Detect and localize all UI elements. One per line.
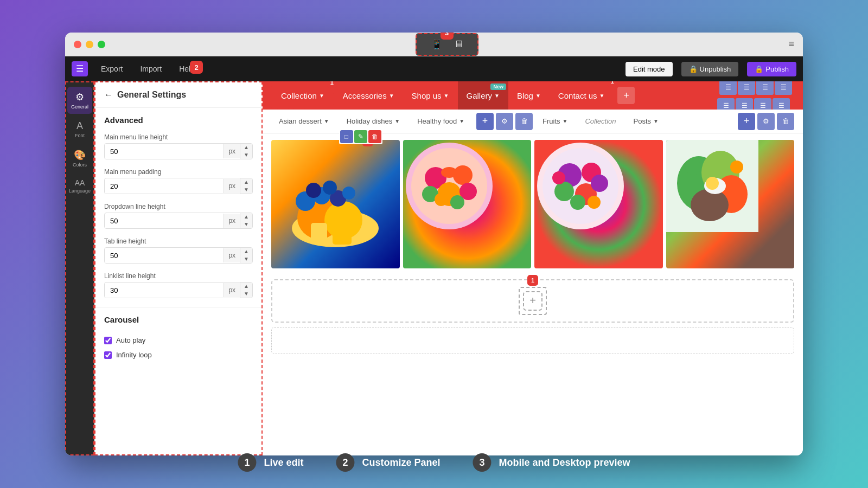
field-input-row-3: px ▲ ▼ [104, 213, 253, 229]
field-steppers-3: ▲ ▼ [240, 213, 252, 228]
decrement-btn-5[interactable]: ▼ [240, 290, 252, 298]
traffic-light-yellow[interactable] [86, 41, 93, 48]
subnav-posts[interactable]: Posts ▼ [626, 110, 666, 133]
nav-item-collection[interactable]: Collection ▼ 1 [271, 81, 334, 110]
publish-button[interactable]: 🔒 Publish [747, 62, 796, 76]
sidebar-item-colors[interactable]: 🎨 Colors [67, 145, 92, 172]
import-button[interactable]: Import [136, 62, 166, 75]
field-unit-3: px [224, 214, 240, 228]
subnav-right-settings[interactable]: ⚙ [757, 113, 775, 130]
sidebar-item-general[interactable]: ⚙ General [67, 87, 92, 114]
svg-point-6 [306, 183, 321, 198]
panel-back-button[interactable]: ← [104, 90, 113, 100]
subnav-edit-btn-1[interactable]: □ [340, 130, 353, 143]
subnav-asian-dessert[interactable]: Asian dessert ▼ [271, 110, 337, 133]
field-steppers-2: ▲ ▼ [240, 178, 252, 194]
subnav-settings-button[interactable]: ⚙ [496, 113, 513, 130]
nav-item-blog[interactable]: Blog ▼ [508, 81, 550, 110]
food-image-2 [403, 140, 532, 268]
browser-chrome: 3 📱 🖥 ≡ [65, 33, 803, 56]
linklist-line-height-input[interactable] [105, 283, 224, 298]
subnav-delete-button[interactable]: 🗑 [515, 113, 533, 130]
sidebar-label-general: General [71, 104, 88, 110]
edit-mode-button[interactable]: Edit mode [626, 62, 673, 76]
field-unit-2: px [224, 179, 240, 193]
subnav-holiday-dishes[interactable]: Holiday dishes ▼ 1 □ ✎ 🗑 [339, 110, 407, 133]
svg-point-8 [342, 187, 355, 200]
nav-item-accessories[interactable]: Accessories ▼ [334, 81, 403, 110]
subnav-add-button[interactable]: + [476, 113, 494, 130]
subnav-right-delete[interactable]: 🗑 [777, 113, 794, 130]
gallery-item-4[interactable] [666, 140, 795, 268]
main-menu-padding-input[interactable] [105, 179, 224, 194]
autoplay-checkbox[interactable] [104, 337, 112, 344]
website-navbar: Collection ▼ 1 Accessories ▼ Shop us ▼ G… [263, 81, 803, 110]
svg-point-25 [554, 182, 574, 201]
nav-item-contactus[interactable]: Contact us ▼ 1 [550, 81, 614, 110]
field-main-menu-padding: Main menu padding px ▲ ▼ [95, 164, 261, 198]
panel-header: ← General Settings [95, 82, 261, 108]
mobile-preview-btn[interactable]: 📱 [425, 36, 448, 53]
desktop-preview-btn[interactable]: 🖥 [448, 36, 469, 53]
font-icon: A [76, 120, 83, 132]
autoplay-label: Auto play [116, 336, 145, 344]
svg-point-19 [435, 193, 448, 206]
add-section-badge: 1 [527, 275, 538, 286]
gallery-item-1[interactable] [271, 140, 400, 268]
nav-label-shopus: Shop us [412, 91, 442, 100]
unpublish-button[interactable]: 🔒 Unpublish [681, 62, 739, 76]
svg-point-7 [323, 181, 337, 195]
main-menu-line-height-input[interactable] [105, 144, 224, 159]
legend-badge-2: 2 [336, 453, 354, 472]
bottom-legend: 1 Live edit 2 Customize Panel 3 Mobile a… [238, 453, 630, 472]
subnav-healthy-food[interactable]: Healthy food ▼ [410, 110, 472, 133]
increment-btn-2[interactable]: ▲ [240, 178, 252, 186]
decrement-btn-2[interactable]: ▼ [240, 186, 252, 194]
gallery-grid [263, 133, 803, 275]
tab-line-height-input[interactable] [105, 248, 224, 263]
align-right-btn[interactable]: ☰ [756, 81, 774, 95]
gallery-item-3[interactable] [534, 140, 663, 268]
subnav-add-group: + ⚙ 🗑 [476, 113, 533, 130]
subnav-collection[interactable]: Collection [577, 110, 623, 133]
nav-chevron-collection: ▼ [319, 93, 324, 99]
increment-btn-4[interactable]: ▲ [240, 248, 252, 255]
sidebar-item-font[interactable]: A Font [67, 116, 92, 143]
subnav-edit-btn-3[interactable]: 🗑 [368, 130, 381, 143]
align-center-btn[interactable]: ☰ [738, 81, 755, 95]
hamburger-button[interactable]: ☰ [72, 61, 88, 76]
food-image-4 [666, 140, 795, 268]
field-dropdown-line-height: Dropdown line height px ▲ ▼ [95, 198, 261, 233]
traffic-light-red[interactable] [74, 41, 81, 48]
decrement-btn-1[interactable]: ▼ [240, 151, 252, 159]
subnav-right-add[interactable]: + [738, 113, 755, 130]
increment-btn-5[interactable]: ▲ [240, 282, 252, 290]
field-linklist-line-height: Linklist line height px ▲ ▼ [95, 268, 261, 303]
svg-point-28 [570, 195, 585, 210]
sidebar-item-language[interactable]: AA Language [67, 174, 92, 198]
nav-plus-button[interactable]: + [617, 87, 635, 104]
dropdown-line-height-input[interactable] [105, 214, 224, 228]
infinity-loop-checkbox[interactable] [104, 351, 112, 359]
traffic-light-green[interactable] [98, 41, 105, 48]
gallery-item-2[interactable] [403, 140, 532, 268]
increment-btn-3[interactable]: ▲ [240, 213, 252, 221]
subnav-chevron-3: ▼ [459, 118, 464, 124]
decrement-btn-4[interactable]: ▼ [240, 255, 252, 263]
align-left-btn[interactable]: ☰ [719, 81, 737, 95]
align-justify-btn[interactable]: ☰ [775, 81, 792, 95]
subnav-right-controls: + ⚙ 🗑 [738, 113, 794, 130]
nav-align-row-1: ☰ ☰ ☰ ☰ [719, 81, 792, 95]
export-button[interactable]: Export [97, 62, 127, 75]
nav-plus-container: + [617, 87, 635, 104]
nav-item-gallery[interactable]: Gallery ▼ New [458, 81, 508, 110]
add-section-button[interactable]: + [523, 291, 542, 311]
subnav-edit-btn-2[interactable]: ✎ [354, 130, 367, 143]
increment-btn-1[interactable]: ▲ [240, 144, 252, 151]
add-section-1[interactable]: 1 + [271, 279, 794, 323]
subnav-fruits[interactable]: Fruits ▼ [535, 110, 575, 133]
decrement-btn-3[interactable]: ▼ [240, 221, 252, 228]
general-icon: ⚙ [75, 91, 84, 103]
field-input-row-5: px ▲ ▼ [104, 282, 253, 298]
nav-item-shopus[interactable]: Shop us ▼ [403, 81, 458, 110]
